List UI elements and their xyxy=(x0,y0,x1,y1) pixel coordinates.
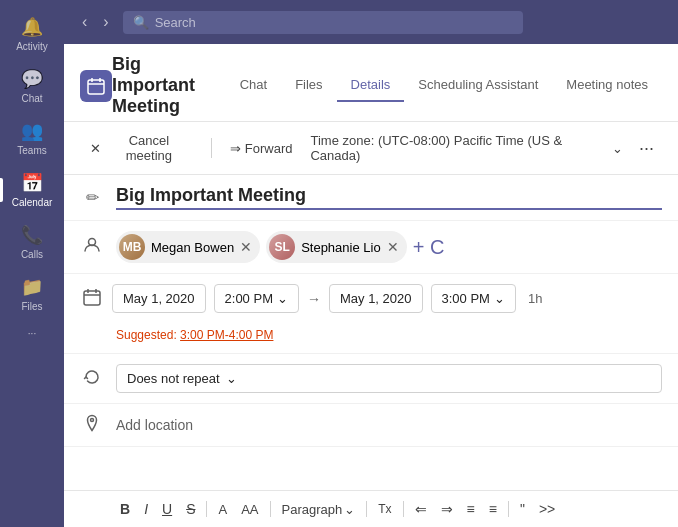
more-format-button[interactable]: >> xyxy=(533,497,561,521)
search-icon: 🔍 xyxy=(133,15,149,30)
end-time-value: 3:00 PM xyxy=(442,291,490,306)
bullet-list-button[interactable]: ≡ xyxy=(461,497,481,521)
end-time-chevron: ⌄ xyxy=(494,291,505,306)
svg-point-9 xyxy=(91,419,94,422)
format-divider-4 xyxy=(403,501,404,517)
sidebar-item-teams[interactable]: 👥 Teams xyxy=(0,112,64,164)
strikethrough-button[interactable]: S xyxy=(180,497,201,521)
sidebar: 🔔 Activity 💬 Chat 👥 Teams 📅 Calendar 📞 C… xyxy=(0,0,64,527)
cancel-icon: ✕ xyxy=(90,141,101,156)
remove-stephanie-button[interactable]: ✕ xyxy=(387,240,399,254)
sidebar-item-chat[interactable]: 💬 Chat xyxy=(0,60,64,112)
chevron-down-icon[interactable]: ⌄ xyxy=(612,141,623,156)
add-attendee-button[interactable]: + C xyxy=(413,236,445,259)
start-time-value: 2:00 PM xyxy=(225,291,273,306)
font-size-button[interactable]: AA xyxy=(235,498,264,521)
meeting-name-row: ✏ xyxy=(64,175,678,221)
search-input[interactable] xyxy=(155,15,513,30)
repeat-select[interactable]: Does not repeat ⌄ xyxy=(116,364,662,393)
timezone-label: Time zone: (UTC-08:00) Pacific Time (US … xyxy=(310,133,623,163)
more-options-button[interactable]: ··· xyxy=(631,134,662,163)
suggested-text: Suggested: 3:00 PM-4:00 PM xyxy=(116,328,273,342)
sidebar-item-more[interactable]: ··· xyxy=(0,320,64,347)
sidebar-label-files: Files xyxy=(21,301,42,312)
location-row: Add location xyxy=(64,404,678,447)
sidebar-more-icon: ··· xyxy=(28,328,36,339)
nav-buttons: ‹ › xyxy=(76,9,115,35)
start-time-chevron: ⌄ xyxy=(277,291,288,306)
attendee-chip-megan: MB Megan Bowen ✕ xyxy=(116,231,260,263)
forward-button[interactable]: › xyxy=(97,9,114,35)
attendee-name-stephanie: Stephanie Lio xyxy=(301,240,381,255)
forward-icon: ⇒ xyxy=(230,141,241,156)
datetime-icon xyxy=(80,288,104,310)
calls-icon: 📞 xyxy=(21,224,43,246)
location-content[interactable]: Add location xyxy=(116,416,662,434)
meeting-header: Big Important Meeting Chat Files Details… xyxy=(64,44,678,122)
calendar-icon: 📅 xyxy=(21,172,43,194)
cancel-meeting-button[interactable]: ✕ Cancel meeting xyxy=(80,128,203,168)
indent-increase-button[interactable]: ⇒ xyxy=(435,497,459,521)
paragraph-label: Paragraph xyxy=(282,502,343,517)
location-placeholder: Add location xyxy=(116,417,193,433)
tab-chat[interactable]: Chat xyxy=(226,69,281,102)
avatar-megan: MB xyxy=(119,234,145,260)
edit-icon: ✏ xyxy=(80,188,104,207)
topbar: ‹ › 🔍 xyxy=(64,0,678,44)
start-time-picker[interactable]: 2:00 PM ⌄ xyxy=(214,284,299,313)
avatar-stephanie: SL xyxy=(269,234,295,260)
attendees-list: MB Megan Bowen ✕ SL Stephanie Lio ✕ + C xyxy=(116,231,662,263)
repeat-content: Does not repeat ⌄ xyxy=(116,364,662,393)
underline-button[interactable]: U xyxy=(156,497,178,521)
number-list-button[interactable]: ≡ xyxy=(483,497,503,521)
sidebar-label-teams: Teams xyxy=(17,145,46,156)
main-content: ‹ › 🔍 Big Important Meeting xyxy=(64,0,678,527)
sidebar-label-activity: Activity xyxy=(16,41,48,52)
format-toolbar: B I U S A AA Paragraph ⌄ Tx ⇐ ⇒ ≡ ≡ " >> xyxy=(64,490,678,527)
form-area: ✏ MB Megan Bowen ✕ xyxy=(64,175,678,490)
end-date-value: May 1, 2020 xyxy=(340,291,412,306)
tab-files[interactable]: Files xyxy=(281,69,336,102)
bold-button[interactable]: B xyxy=(114,497,136,521)
activity-icon: 🔔 xyxy=(21,16,43,38)
files-icon: 📁 xyxy=(21,276,43,298)
search-bar[interactable]: 🔍 xyxy=(123,11,523,34)
font-color-button[interactable]: A xyxy=(212,498,233,521)
suggested-time-link[interactable]: 3:00 PM-4:00 PM xyxy=(180,328,273,342)
start-date-value: May 1, 2020 xyxy=(123,291,195,306)
end-time-picker[interactable]: 3:00 PM ⌄ xyxy=(431,284,516,313)
sidebar-label-calendar: Calendar xyxy=(12,197,53,208)
format-divider-1 xyxy=(206,501,207,517)
sidebar-item-files[interactable]: 📁 Files xyxy=(0,268,64,320)
indent-decrease-button[interactable]: ⇐ xyxy=(409,497,433,521)
toolbar-divider xyxy=(211,138,212,158)
back-button[interactable]: ‹ xyxy=(76,9,93,35)
paragraph-chevron: ⌄ xyxy=(344,502,355,517)
duration-badge: 1h xyxy=(528,291,542,306)
remove-megan-button[interactable]: ✕ xyxy=(240,240,252,254)
sidebar-item-calendar[interactable]: 📅 Calendar xyxy=(0,164,64,216)
paragraph-select[interactable]: Paragraph ⌄ xyxy=(276,498,362,521)
italic-button[interactable]: I xyxy=(138,497,154,521)
forward-label: Forward xyxy=(245,141,293,156)
sidebar-item-calls[interactable]: 📞 Calls xyxy=(0,216,64,268)
forward-button[interactable]: ⇒ Forward xyxy=(220,136,303,161)
chat-icon: 💬 xyxy=(21,68,43,90)
quote-button[interactable]: " xyxy=(514,497,531,521)
format-divider-3 xyxy=(366,501,367,517)
format-divider-5 xyxy=(508,501,509,517)
clear-format-button[interactable]: Tx xyxy=(372,498,397,520)
meeting-tabs: Chat Files Details Scheduling Assistant … xyxy=(226,69,662,102)
repeat-chevron: ⌄ xyxy=(226,371,237,386)
svg-rect-5 xyxy=(84,291,100,305)
start-date-picker[interactable]: May 1, 2020 xyxy=(112,284,206,313)
repeat-row: Does not repeat ⌄ xyxy=(64,354,678,404)
meeting-name-field[interactable] xyxy=(116,185,662,210)
end-date-picker[interactable]: May 1, 2020 xyxy=(329,284,423,313)
tab-scheduling[interactable]: Scheduling Assistant xyxy=(404,69,552,102)
tab-details[interactable]: Details xyxy=(337,69,405,102)
tab-notes[interactable]: Meeting notes xyxy=(552,69,662,102)
attendees-row: MB Megan Bowen ✕ SL Stephanie Lio ✕ + C xyxy=(64,221,678,274)
meeting-name-input[interactable] xyxy=(116,185,662,210)
sidebar-item-activity[interactable]: 🔔 Activity xyxy=(0,8,64,60)
